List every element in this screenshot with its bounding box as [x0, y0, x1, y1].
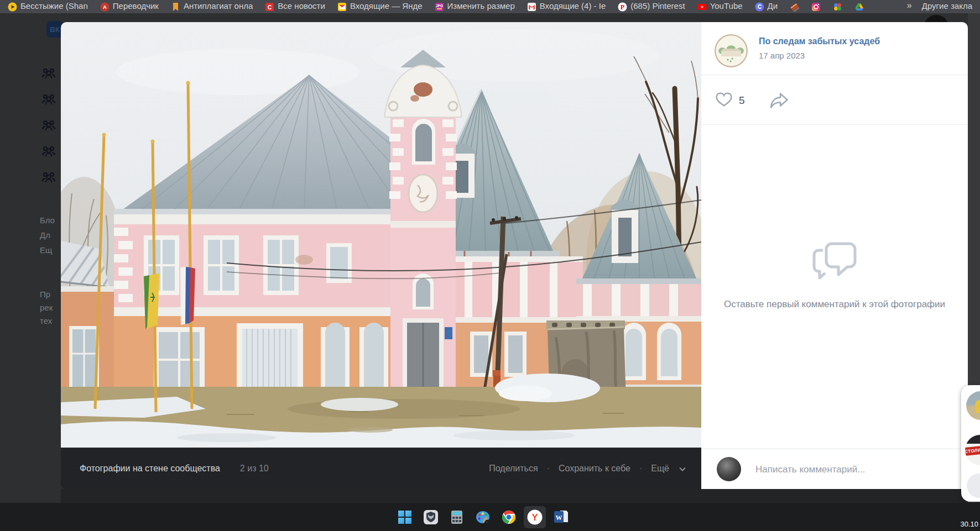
- bookmark-label: Бесстыжие (Shan: [20, 1, 88, 10]
- bookmark-item[interactable]: Бесстыжие (Shan: [8, 2, 88, 12]
- youtube-icon: [697, 2, 707, 12]
- word-icon: W: [554, 509, 569, 524]
- pencils-icon: [790, 2, 799, 12]
- bookmark-label: Входящие (4) - Iе: [540, 1, 606, 10]
- community-avatar-image: [715, 34, 748, 67]
- chrome-icon: [502, 510, 516, 524]
- bookmark-item[interactable]: Входящие — Янде: [337, 2, 423, 12]
- bookmark-label: Входящие — Янде: [350, 1, 423, 10]
- bookmarks-overflow-chevron[interactable]: »: [907, 1, 912, 10]
- paint-button[interactable]: [472, 506, 494, 528]
- photo[interactable]: [61, 22, 701, 448]
- bookmark-item[interactable]: А Переводчик: [100, 2, 159, 12]
- chat-avatar[interactable]: [966, 391, 980, 420]
- like-button[interactable]: 5: [715, 92, 745, 109]
- bookmark-item[interactable]: [854, 2, 864, 12]
- community-name-link[interactable]: По следам забытых усадеб: [759, 36, 880, 46]
- bookmark-item[interactable]: P (685) Pinterest: [618, 2, 685, 12]
- communities-icon[interactable]: [41, 91, 56, 107]
- footer-link[interactable]: тех: [40, 316, 52, 325]
- sticker-cap: [965, 435, 980, 444]
- start-button[interactable]: [394, 506, 416, 528]
- word-button[interactable]: W: [550, 506, 572, 528]
- calculator-icon: [450, 510, 464, 524]
- svg-text:JPG: JPG: [436, 4, 443, 8]
- communities-icon[interactable]: [41, 143, 56, 159]
- bookmark-item[interactable]: JPG Изменить размер: [435, 2, 515, 12]
- chat-avatar[interactable]: СТОЛИ: [965, 435, 980, 465]
- manor-photo-illustration: [61, 22, 701, 448]
- instagram-icon: [811, 2, 821, 12]
- communities-icon[interactable]: [41, 117, 56, 133]
- bookmark-label: YouTube: [710, 1, 743, 10]
- bookmark-label: Переводчик: [113, 1, 159, 10]
- comment-input-row: Написать комментарий...: [701, 449, 968, 489]
- save-link[interactable]: Сохранить к себе: [559, 464, 630, 474]
- footer-link[interactable]: Пр: [40, 290, 50, 299]
- google-drive-icon: [854, 2, 864, 12]
- bookmark-item[interactable]: YouTube: [697, 2, 743, 12]
- svg-text:W: W: [555, 514, 562, 522]
- bookmark-label: Ди: [768, 1, 778, 10]
- news-icon: С: [265, 2, 274, 12]
- bookmark-item[interactable]: C Ди: [755, 2, 778, 12]
- bookmark-item[interactable]: [833, 2, 842, 12]
- translator-icon: А: [100, 2, 110, 12]
- other-bookmarks[interactable]: Другие закла: [922, 2, 972, 12]
- separator-dot: ·: [639, 464, 642, 474]
- bookmark-item[interactable]: [811, 2, 821, 12]
- yandex-browser-button[interactable]: Y: [524, 506, 546, 528]
- footer-link[interactable]: Ещ: [40, 245, 52, 255]
- comment-input[interactable]: Написать комментарий...: [755, 449, 865, 489]
- windows-start-icon: [398, 510, 412, 524]
- bookmark-item[interactable]: С Все новости: [265, 2, 325, 12]
- zen-icon: C: [755, 2, 764, 12]
- chevron-down-icon[interactable]: [679, 467, 686, 471]
- photo-column: Фотографии на стене сообщества 2 из 10 П…: [61, 22, 701, 489]
- photo-section-title: Фотографии на стене сообщества: [80, 464, 220, 474]
- more-link[interactable]: Ещё: [651, 464, 669, 474]
- photo-bottom-bar: Фотографии на стене сообщества 2 из 10 П…: [61, 448, 701, 489]
- bookmarks-bar: Бесстыжие (Shan А Переводчик Антиплагиат…: [0, 0, 980, 13]
- user-avatar[interactable]: [717, 457, 741, 481]
- svg-text:Y: Y: [532, 513, 538, 522]
- community-avatar[interactable]: [715, 34, 748, 67]
- play-circle-icon: [8, 2, 17, 12]
- jpg-resize-icon: JPG: [435, 2, 444, 12]
- footer-link[interactable]: Дл: [40, 230, 50, 240]
- comments-empty-icon: [811, 240, 858, 289]
- svg-text:С: С: [268, 4, 272, 10]
- backdrop-bottom: [61, 489, 968, 503]
- taskbar-icons: Y W: [394, 503, 572, 531]
- chrome-button[interactable]: [498, 506, 520, 528]
- footer-link[interactable]: Бло: [40, 215, 55, 225]
- paint-icon: [475, 509, 491, 525]
- photo-viewer-modal: Фотографии на стене сообщества 2 из 10 П…: [61, 22, 968, 489]
- tray-date[interactable]: 30.10: [960, 520, 978, 528]
- bookmark-label: Антиплагиат онла: [184, 1, 253, 10]
- heart-icon: [715, 92, 733, 109]
- communities-icon[interactable]: [41, 169, 56, 185]
- security-app-button[interactable]: [420, 506, 442, 528]
- sticker-text: СТОЛИ: [965, 444, 980, 456]
- footer-link[interactable]: рек: [40, 303, 53, 312]
- comments-empty-text: Оставьте первый комментарий к этой фотог…: [723, 297, 946, 311]
- other-bookmarks-label: Другие закла: [922, 1, 972, 10]
- photo-counter: 2 из 10: [240, 464, 269, 474]
- bookmark-item[interactable]: [790, 2, 799, 12]
- calculator-button[interactable]: [446, 506, 468, 528]
- svg-text:C: C: [757, 4, 761, 10]
- communities-icon[interactable]: [41, 65, 56, 81]
- bookmark-label: Изменить размер: [447, 1, 515, 10]
- separator-dot: ·: [547, 464, 550, 474]
- screen: Бесстыжие (Shan А Переводчик Антиплагиат…: [0, 0, 980, 531]
- chat-more[interactable]: [967, 474, 980, 498]
- share-button[interactable]: [769, 92, 790, 112]
- like-count: 5: [739, 94, 745, 107]
- svg-text:А: А: [103, 4, 107, 10]
- share-link[interactable]: Поделиться: [489, 464, 538, 474]
- photo-date[interactable]: 17 апр 2023: [759, 51, 805, 60]
- bookmark-item[interactable]: Антиплагиат онла: [171, 2, 253, 12]
- divider: [701, 75, 968, 75]
- bookmark-item[interactable]: Входящие (4) - Iе: [527, 2, 606, 12]
